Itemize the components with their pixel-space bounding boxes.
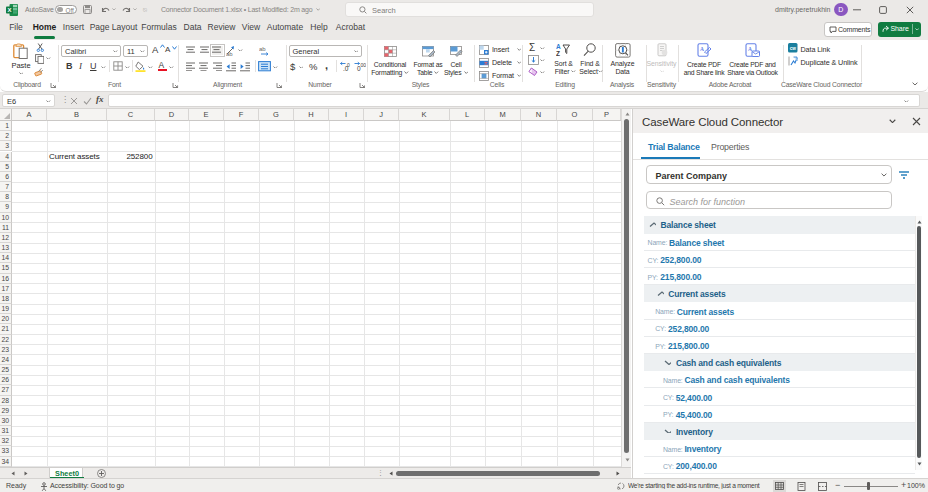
increase-indent-icon[interactable] — [240, 62, 251, 72]
font-name-chevron-icon[interactable] — [113, 50, 118, 53]
filter-icon[interactable] — [898, 171, 910, 179]
redo-menu-chevron-icon[interactable] — [133, 8, 137, 10]
row-header-24[interactable]: 24 — [0, 355, 12, 365]
formula-bar-expand-chevron-icon[interactable] — [904, 100, 909, 103]
cell-C4[interactable]: 252800 — [107, 152, 153, 162]
tree-detail-row[interactable]: PY:215,800.00 — [644, 337, 915, 354]
clear-icon[interactable] — [528, 67, 539, 77]
row-header-19[interactable]: 19 — [0, 304, 12, 314]
column-header-F[interactable]: F — [224, 109, 259, 121]
tree-detail-row[interactable]: CY:52,400.00 — [644, 388, 915, 405]
fill-color-chevron-icon[interactable] — [148, 66, 153, 69]
vertical-scroll-thumb[interactable] — [624, 119, 629, 453]
chevron-down-icon[interactable] — [664, 429, 671, 434]
tree-detail-row[interactable]: CY:200,400.00 — [644, 457, 915, 474]
chevron-down-icon[interactable] — [664, 360, 671, 365]
row-header-2[interactable]: 2 — [0, 131, 12, 141]
maximize-button[interactable] — [879, 6, 887, 14]
font-size-chevron-icon[interactable] — [140, 50, 145, 53]
tree-detail-row[interactable]: PY:215,800.00 — [644, 268, 915, 285]
row-header-29[interactable]: 29 — [0, 406, 12, 416]
number-format-chevron-icon[interactable] — [354, 50, 359, 53]
pane-scroll-thumb[interactable] — [917, 226, 922, 458]
row-header-5[interactable]: 5 — [0, 162, 12, 172]
menu-tab-review[interactable]: Review — [208, 19, 236, 36]
confirm-entry-icon[interactable] — [83, 97, 92, 105]
increase-decimal-icon[interactable]: .0 0 — [340, 61, 352, 72]
column-header-D[interactable]: D — [155, 109, 189, 121]
currency-button[interactable]: $ — [290, 61, 295, 72]
font-color-button[interactable]: A — [157, 60, 167, 72]
fill-chevron-icon[interactable] — [540, 59, 545, 62]
copy-menu-chevron-icon[interactable] — [46, 57, 51, 60]
insert-cells-chevron-icon[interactable] — [517, 48, 522, 51]
create-pdf-share-link-button[interactable]: A Create PDFand Share link — [680, 42, 728, 80]
pane-close-icon[interactable] — [912, 117, 921, 126]
function-search-box[interactable]: Search for function — [646, 191, 892, 209]
tree-detail-row[interactable]: PY:45,400.00 — [644, 406, 915, 423]
menu-tab-view[interactable]: View — [242, 19, 260, 36]
column-header-H[interactable]: H — [294, 109, 329, 121]
row-header-16[interactable]: 16 — [0, 274, 12, 284]
view-page-break-button[interactable] — [816, 480, 829, 492]
document-title-chevron-icon[interactable] — [316, 8, 320, 11]
undo-menu-chevron-icon[interactable] — [112, 8, 116, 10]
analyze-data-button[interactable]: AnalyzeData — [606, 42, 639, 80]
tree-detail-row[interactable]: Name:Inventory — [644, 440, 915, 457]
duplicate-unlink-button[interactable]: Duplicate & Unlink — [788, 56, 856, 67]
row-header-20[interactable]: 20 — [0, 314, 12, 324]
autosave-toggle[interactable]: Off — [55, 5, 77, 15]
align-right-icon[interactable] — [213, 62, 224, 71]
minimize-button[interactable] — [853, 9, 861, 11]
horizontal-scroll-thumb[interactable] — [396, 471, 600, 476]
orientation-chevron-icon[interactable] — [238, 49, 243, 52]
pane-tab-trial-balance[interactable]: Trial Balance — [648, 142, 700, 152]
comments-button[interactable]: Comments — [824, 22, 872, 37]
tree-group-cash-and-cash-equivalents[interactable]: Cash and cash equivalents — [644, 354, 915, 371]
row-header-14[interactable]: 14 — [0, 253, 12, 263]
column-header-I[interactable]: I — [329, 109, 364, 121]
autosum-button[interactable]: Σ — [529, 42, 535, 53]
font-color-chevron-icon[interactable] — [169, 66, 174, 69]
save-icon[interactable] — [83, 5, 92, 14]
sort-filter-chevron-icon[interactable] — [571, 70, 576, 73]
zoom-out-button[interactable]: − — [835, 480, 840, 490]
paste-menu-chevron-icon[interactable] — [19, 72, 24, 75]
column-header-B[interactable]: B — [47, 109, 107, 121]
fill-color-icon[interactable] — [135, 61, 146, 72]
menu-tab-formulas[interactable]: Formulas — [141, 19, 176, 36]
column-header-G[interactable]: G — [259, 109, 294, 121]
tree-detail-row[interactable]: CY:252,800.00 — [644, 320, 915, 337]
tree-group-inventory[interactable]: Inventory — [644, 423, 915, 440]
name-box[interactable]: E6 — [2, 94, 55, 107]
view-page-layout-button[interactable] — [795, 480, 808, 492]
menu-tab-data[interactable]: Data — [184, 19, 202, 36]
conditional-formatting-button[interactable]: ConditionalFormatting — [369, 43, 411, 79]
zoom-slider-thumb[interactable] — [867, 482, 870, 490]
tree-detail-row[interactable]: Name:Balance sheet — [644, 234, 915, 251]
user-name[interactable]: dmitry.peretrukhin — [775, 6, 831, 13]
dialog-launcher-icon[interactable] — [172, 82, 179, 89]
fill-down-icon[interactable] — [528, 55, 539, 65]
borders-icon[interactable] — [113, 61, 123, 71]
row-header-18[interactable]: 18 — [0, 294, 12, 304]
row-header-26[interactable]: 26 — [0, 375, 12, 385]
titlebar-search-box[interactable]: Search — [345, 2, 594, 17]
row-header-22[interactable]: 22 — [0, 335, 12, 345]
sheet-nav-right-icon[interactable] — [24, 471, 28, 476]
decrease-font-button[interactable]: A — [165, 45, 170, 54]
row-header-1[interactable]: 1 — [0, 121, 12, 131]
number-format-combo[interactable]: General — [289, 45, 362, 57]
row-header-23[interactable]: 23 — [0, 345, 12, 355]
row-header-30[interactable]: 30 — [0, 416, 12, 426]
cell-styles-button[interactable]: CellStyles — [435, 43, 477, 79]
comma-style-button[interactable]: , — [325, 59, 328, 71]
row-header-7[interactable]: 7 — [0, 182, 12, 192]
row-header-32[interactable]: 32 — [0, 436, 12, 446]
row-header-15[interactable]: 15 — [0, 263, 12, 273]
align-middle-icon[interactable] — [200, 46, 211, 55]
document-title[interactable]: Connector Document 1.xlsx • Last Modifie… — [161, 6, 312, 13]
cut-icon[interactable] — [36, 43, 45, 52]
status-accessibility[interactable]: Accessibility: Good to go — [50, 482, 124, 489]
insert-function-button[interactable]: fx — [96, 94, 104, 104]
